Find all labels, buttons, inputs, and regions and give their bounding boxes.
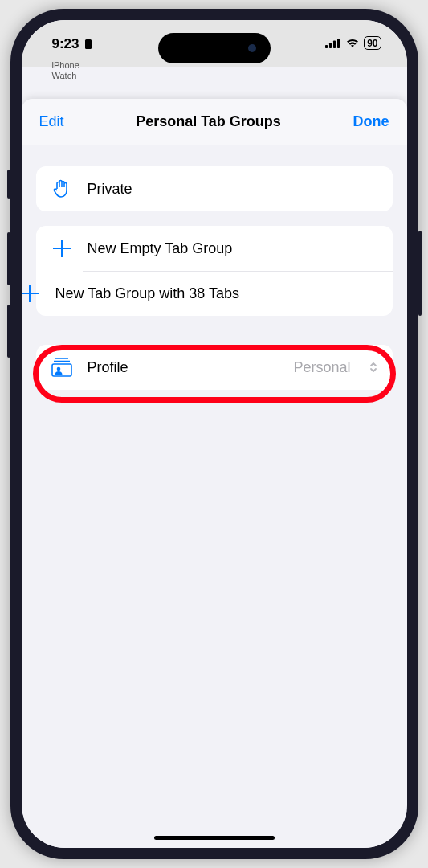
profile-section: Profile Personal	[36, 345, 393, 390]
phone-frame: 9:23 90	[10, 9, 418, 859]
cellular-signal-icon	[325, 38, 341, 48]
phone-side-buttons-left	[7, 170, 10, 377]
private-label: Private	[88, 181, 378, 198]
profile-value: Personal	[293, 359, 350, 376]
profile-row[interactable]: Profile Personal	[36, 345, 393, 390]
location-services-icon	[83, 39, 94, 50]
done-button[interactable]: Done	[353, 113, 389, 130]
private-section: Private	[36, 166, 393, 211]
screen: 9:23 90	[22, 20, 407, 848]
home-indicator[interactable]	[154, 836, 275, 840]
private-row[interactable]: Private	[36, 166, 393, 211]
updown-chevron-icon	[369, 361, 378, 374]
svg-rect-2	[329, 43, 332, 49]
profile-label: Profile	[88, 359, 279, 376]
new-empty-tab-group-row[interactable]: New Empty Tab Group	[36, 226, 393, 271]
plus-icon	[22, 282, 41, 305]
svg-rect-4	[337, 39, 340, 48]
dynamic-island	[158, 33, 271, 63]
sheet-title: Personal Tab Groups	[136, 113, 281, 130]
wifi-icon	[345, 38, 360, 48]
tab-groups-sheet: Edit Personal Tab Groups Done Private	[22, 99, 407, 848]
edit-button[interactable]: Edit	[39, 113, 64, 130]
hand-privacy-icon	[51, 178, 73, 200]
plus-icon	[51, 237, 73, 260]
status-time: 9:23	[52, 36, 79, 52]
sheet-header: Edit Personal Tab Groups Done	[22, 99, 407, 145]
svg-rect-0	[85, 39, 92, 49]
new-tab-group-with-tabs-row[interactable]: New Tab Group with 38 Tabs	[36, 271, 393, 316]
background-app-hint: iPhone Watch	[52, 60, 79, 81]
svg-point-8	[56, 367, 60, 371]
new-with-tabs-label: New Tab Group with 38 Tabs	[55, 285, 378, 302]
svg-rect-3	[333, 41, 336, 49]
profile-icon	[51, 356, 73, 379]
phone-side-button-right	[418, 231, 422, 316]
svg-rect-1	[325, 45, 328, 48]
battery-icon: 90	[364, 36, 381, 50]
new-empty-label: New Empty Tab Group	[88, 240, 378, 257]
new-tab-group-section: New Empty Tab Group New Tab Group with 3…	[36, 226, 393, 316]
